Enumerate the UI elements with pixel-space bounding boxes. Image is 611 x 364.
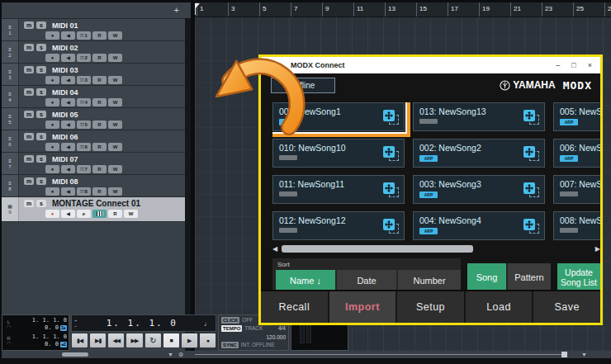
solo-button[interactable]: s [36, 111, 46, 118]
read-automation-button[interactable]: R [92, 76, 107, 84]
mute-button[interactable]: m [24, 21, 34, 29]
pattern-mode-button[interactable]: Pattern [506, 263, 551, 291]
gear-icon[interactable]: ⚙ [178, 352, 183, 357]
write-automation-button[interactable]: W [108, 76, 122, 84]
mute-button[interactable]: m [24, 88, 34, 96]
song-tile[interactable]: 002: NewSong2 ARP [413, 139, 545, 168]
solo-button[interactable]: s [36, 155, 46, 163]
read-automation-button[interactable]: R [92, 98, 107, 106]
solo-button[interactable]: s [36, 21, 46, 29]
song-tile[interactable]: 007: NewSong7 [553, 175, 600, 204]
read-automation-button[interactable]: R [92, 165, 107, 173]
tab-load[interactable]: Load [466, 291, 533, 323]
record-button[interactable]: ● [199, 333, 216, 348]
song-tile[interactable]: 006: NewSong6 ARP [553, 139, 600, 168]
record-enable-button[interactable]: ● [45, 165, 59, 173]
song-tile[interactable]: 001: NewSong1 ARP [272, 102, 405, 131]
monitor-button[interactable]: ◀ [61, 98, 75, 106]
transfer-song-icon[interactable] [383, 182, 399, 197]
solo-button[interactable]: s [36, 66, 46, 73]
tab-save[interactable]: Save [533, 291, 600, 323]
stop-button[interactable]: ■ [163, 333, 180, 348]
close-button[interactable]: × [588, 62, 592, 69]
mute-button[interactable]: m [24, 111, 34, 118]
read-automation-button[interactable]: R [92, 31, 107, 40]
channel-button[interactable]: ∷ 2 [77, 54, 91, 62]
record-enable-button[interactable]: ● [45, 54, 59, 62]
record-enable-button[interactable]: ● [45, 187, 59, 196]
project-start-marker[interactable] [195, 3, 201, 15]
go-to-end-button[interactable]: ▶▮ [89, 333, 107, 348]
track-row[interactable]: ≡ 8 m s MIDI 08 ● ◀ ∷ 8 R [2, 175, 191, 197]
sort-by-name-button[interactable]: Name ↓ [276, 270, 337, 291]
transfer-song-icon[interactable] [383, 146, 399, 161]
instrument-icon[interactable] [92, 210, 107, 218]
monitor-button[interactable]: ◀ [61, 31, 75, 40]
timeline-ruler[interactable]: 13579111315171921232527 [195, 2, 611, 17]
song-tile[interactable]: 004: NewSong4 ARP [413, 211, 545, 240]
mute-button[interactable]: m [24, 44, 34, 51]
song-scroll-thumb[interactable] [282, 245, 473, 253]
write-automation-button[interactable]: W [108, 31, 122, 40]
write-automation-button[interactable]: W [108, 54, 122, 62]
solo-button[interactable]: s [36, 133, 46, 140]
monitor-button[interactable]: ◀ [61, 76, 75, 84]
monitor-button[interactable]: ◀ [61, 121, 75, 129]
solo-button[interactable]: s [36, 44, 46, 51]
tab-import[interactable]: Import [329, 291, 396, 323]
maximize-button[interactable]: □ [571, 62, 575, 69]
write-automation-button[interactable]: W [108, 121, 122, 129]
monitor-button[interactable]: ◀ [61, 187, 75, 196]
mute-button[interactable]: m [24, 200, 34, 207]
record-enable-button[interactable]: ● [45, 31, 59, 40]
song-mode-button[interactable]: Song [467, 263, 506, 291]
chevron-down-icon[interactable]: ▼ [168, 352, 173, 357]
position-increment-button[interactable]: + [74, 318, 78, 324]
record-enable-button[interactable]: ● [45, 143, 59, 151]
channel-button[interactable]: ∷ 7 [77, 165, 91, 173]
record-enable-button[interactable]: ● [45, 121, 59, 129]
track-row-montage-connect[interactable]: ▦ 9 m s MONTAGE Connect 01 ● ◀ e R W [2, 197, 191, 222]
write-automation-button[interactable]: W [108, 187, 122, 196]
transfer-song-icon[interactable] [523, 182, 539, 197]
read-automation-button[interactable]: R [92, 143, 107, 151]
song-tile[interactable]: 010: NewSong10 [272, 139, 405, 168]
song-tile[interactable]: 008: NewSong8 [553, 211, 600, 240]
tab-recall[interactable]: Recall [261, 291, 328, 323]
write-automation-button[interactable]: W [108, 143, 122, 151]
song-tile[interactable]: 012: NewSong12 [272, 211, 405, 240]
channel-button[interactable]: ∷ 4 [77, 98, 91, 106]
minimize-button[interactable]: – [556, 62, 560, 69]
track-list-scrollbar[interactable] [185, 18, 191, 351]
record-enable-button[interactable]: ● [45, 210, 59, 218]
update-song-list-button[interactable]: Update Song List [557, 263, 600, 291]
monitor-button[interactable]: ◀ [61, 210, 75, 218]
monitor-button[interactable]: ◀ [61, 54, 75, 62]
song-tile[interactable]: 003: NewSong3 ARP [413, 175, 545, 204]
track-row[interactable]: ≡ 5 m s MIDI 05 ● ◀ ∷ 5 R [2, 108, 191, 130]
solo-button[interactable]: s [36, 177, 46, 185]
transfer-song-icon[interactable] [523, 219, 539, 234]
dialog-titlebar[interactable]: MODX Connect – □ × [261, 57, 600, 73]
transfer-song-icon[interactable] [523, 146, 539, 161]
offline-button[interactable]: Offline [271, 78, 335, 93]
sort-by-date-button[interactable]: Date [337, 270, 398, 291]
track-row[interactable]: ≡ 2 m s MIDI 02 ● ◀ ∷ 2 R [2, 41, 191, 64]
transfer-song-icon[interactable] [383, 110, 399, 125]
add-track-button[interactable]: + [174, 6, 179, 15]
song-tile[interactable]: 011: NewSong11 [272, 175, 405, 204]
scroll-right-icon[interactable]: ▶ [595, 246, 600, 253]
timeline-hscroll-track[interactable] [195, 354, 561, 355]
sync-toggle[interactable]: SYNC [221, 342, 239, 348]
track-row[interactable]: ≡ 4 m s MIDI 04 ● ◀ ∷ 4 R [2, 86, 191, 108]
track-row[interactable]: ≡ 6 m s MIDI 06 ● ◀ ∷ 6 R [2, 130, 191, 153]
punch-in-icon[interactable]: I▶ [60, 325, 67, 331]
mute-button[interactable]: m [24, 177, 34, 185]
monitor-button[interactable]: ◀ [61, 165, 75, 173]
click-toggle[interactable]: CLICK [221, 317, 239, 324]
monitor-button[interactable]: ◀ [61, 143, 75, 151]
tempo-toggle[interactable]: TEMPO [221, 325, 242, 332]
solo-button[interactable]: s [36, 88, 46, 96]
track-row[interactable]: ≡ 1 m s MIDI 01 ● ◀ ∷ 1 R [2, 19, 191, 41]
record-enable-button[interactable]: ● [45, 76, 59, 84]
